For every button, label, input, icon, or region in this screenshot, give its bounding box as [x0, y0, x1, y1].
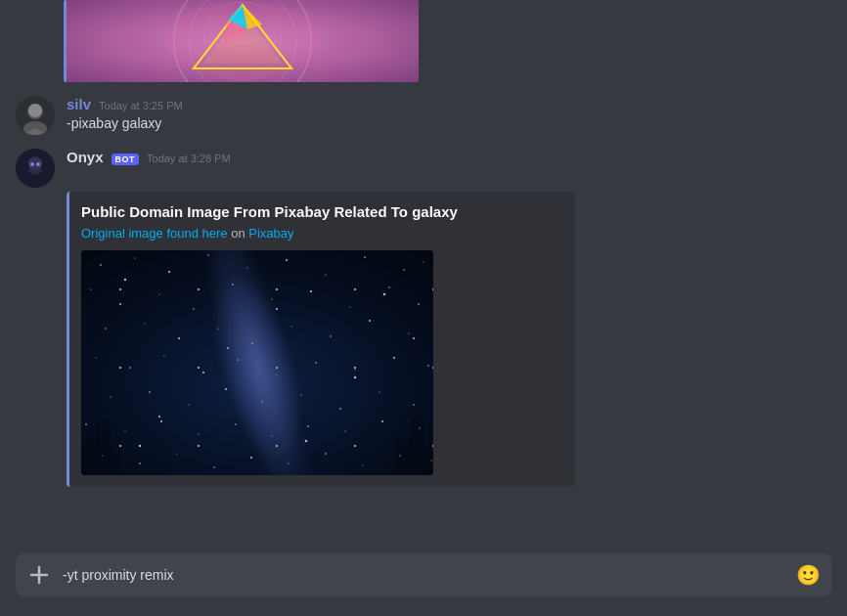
svg-point-72 [198, 433, 199, 434]
svg-point-47 [330, 335, 331, 336]
svg-point-21 [100, 264, 102, 266]
svg-point-24 [207, 254, 208, 255]
embed-link-line: Original image found here on Pixabay [81, 226, 563, 241]
svg-point-50 [96, 358, 97, 359]
plus-icon [29, 565, 49, 585]
svg-point-84 [288, 462, 289, 463]
svg-point-70 [125, 431, 126, 432]
embed-title: Public Domain Image From Pixabay Related… [81, 203, 563, 220]
silv-message-header: silv Today at 3:25 PM [67, 96, 831, 112]
svg-point-13 [28, 104, 42, 117]
silv-timestamp: Today at 3:25 PM [99, 100, 183, 111]
silv-username: silv [67, 96, 91, 112]
svg-point-44 [217, 328, 218, 329]
svg-point-96 [139, 445, 141, 447]
silv-message-content: silv Today at 3:25 PM -pixabay galaxy [67, 96, 831, 135]
embed-pixabay-link[interactable]: Pixabay [248, 226, 293, 241]
svg-point-34 [193, 308, 194, 309]
svg-point-23 [168, 271, 170, 273]
input-bar: 🙂 [16, 553, 831, 596]
svg-point-40 [418, 303, 420, 305]
svg-point-20 [169, 250, 346, 475]
emoji-button[interactable]: 🙂 [792, 559, 824, 591]
svg-point-26 [286, 259, 288, 261]
svg-point-36 [271, 298, 272, 299]
svg-point-17 [30, 162, 34, 166]
svg-point-85 [325, 453, 327, 455]
svg-point-95 [413, 337, 415, 339]
svg-point-42 [145, 324, 146, 325]
svg-point-38 [350, 307, 351, 308]
embed-link-separator: on [228, 226, 249, 241]
svg-point-52 [163, 355, 164, 356]
svg-point-58 [393, 357, 395, 359]
svg-point-65 [300, 394, 301, 395]
svg-point-33 [159, 294, 160, 295]
svg-rect-19 [81, 250, 433, 475]
svg-point-54 [237, 359, 238, 360]
svg-point-43 [178, 337, 180, 339]
svg-point-28 [364, 256, 366, 258]
svg-point-31 [90, 288, 91, 289]
svg-point-75 [307, 425, 309, 427]
avatar-onyx [16, 149, 55, 188]
svg-point-92 [227, 347, 229, 349]
onyx-username: Onyx [67, 149, 104, 165]
emoji-icon: 🙂 [796, 563, 821, 587]
chat-area: silv Today at 3:25 PM -pixabay galaxy [0, 0, 847, 616]
message-silv: silv Today at 3:25 PM -pixabay galaxy [0, 86, 847, 139]
top-image-svg [67, 0, 419, 82]
onyx-message-content: Onyx BOT Today at 3:28 PM [67, 149, 831, 188]
svg-point-81 [177, 454, 178, 455]
svg-point-68 [413, 404, 414, 405]
onyx-timestamp: Today at 3:28 PM [147, 153, 231, 164]
silv-message-text: -pixabay galaxy [67, 114, 831, 134]
message-onyx: Onyx BOT Today at 3:28 PM [0, 139, 847, 192]
svg-point-30 [424, 262, 424, 263]
scroll-spacer [0, 495, 847, 553]
previous-embed-image [67, 0, 419, 82]
svg-point-69 [85, 423, 87, 425]
svg-point-18 [36, 162, 40, 166]
svg-point-73 [235, 423, 236, 424]
svg-point-49 [408, 332, 409, 333]
svg-point-35 [232, 284, 234, 286]
svg-point-86 [363, 465, 364, 466]
onyx-message-header: Onyx BOT Today at 3:28 PM [67, 149, 831, 165]
svg-point-89 [124, 279, 126, 281]
svg-point-71 [160, 420, 162, 422]
svg-point-51 [129, 367, 131, 369]
svg-point-77 [381, 420, 383, 422]
svg-point-82 [213, 466, 214, 467]
embed-original-link[interactable]: Original image found here [81, 226, 228, 241]
svg-point-41 [105, 328, 106, 329]
previous-embed-image-block [0, 0, 847, 86]
svg-point-53 [202, 372, 204, 374]
svg-point-87 [399, 455, 400, 456]
message-input[interactable] [59, 557, 792, 593]
svg-point-94 [158, 416, 160, 418]
svg-point-25 [247, 268, 248, 269]
svg-point-22 [134, 257, 135, 258]
svg-point-97 [305, 440, 308, 443]
svg-point-48 [369, 320, 371, 322]
svg-point-59 [427, 365, 428, 366]
svg-point-88 [430, 460, 431, 461]
svg-point-93 [354, 376, 356, 378]
svg-point-66 [339, 408, 341, 410]
svg-point-63 [225, 388, 227, 390]
svg-point-27 [325, 274, 326, 275]
embed-galaxy-image [81, 250, 433, 475]
add-attachment-button[interactable] [23, 559, 55, 591]
svg-point-64 [261, 401, 262, 402]
avatar-silv [16, 96, 55, 135]
svg-point-76 [344, 430, 345, 431]
svg-point-32 [119, 303, 121, 305]
svg-point-79 [102, 455, 103, 456]
svg-point-39 [388, 286, 389, 287]
svg-point-83 [250, 457, 252, 459]
svg-point-67 [379, 392, 380, 393]
svg-point-29 [403, 269, 404, 270]
svg-point-37 [310, 290, 312, 292]
bot-badge: BOT [111, 154, 140, 165]
